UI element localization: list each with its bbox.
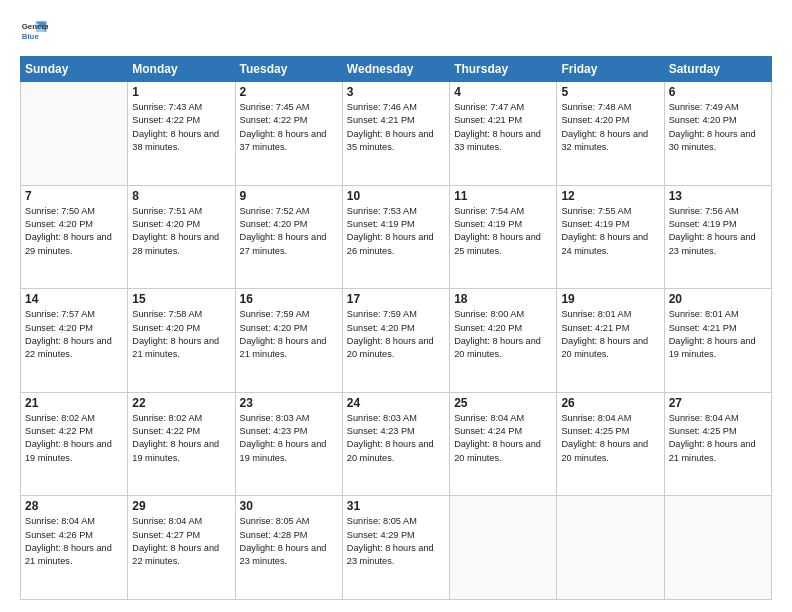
calendar-cell: 5Sunrise: 7:48 AMSunset: 4:20 PMDaylight… — [557, 82, 664, 186]
day-number: 3 — [347, 85, 445, 99]
day-number: 9 — [240, 189, 338, 203]
day-info: Sunrise: 8:01 AMSunset: 4:21 PMDaylight:… — [561, 308, 659, 361]
calendar-cell: 15Sunrise: 7:58 AMSunset: 4:20 PMDayligh… — [128, 289, 235, 393]
day-number: 16 — [240, 292, 338, 306]
day-info: Sunrise: 8:03 AMSunset: 4:23 PMDaylight:… — [347, 412, 445, 465]
calendar-cell — [557, 496, 664, 600]
svg-text:Blue: Blue — [22, 32, 40, 41]
day-number: 22 — [132, 396, 230, 410]
day-info: Sunrise: 8:04 AMSunset: 4:24 PMDaylight:… — [454, 412, 552, 465]
calendar-cell: 18Sunrise: 8:00 AMSunset: 4:20 PMDayligh… — [450, 289, 557, 393]
svg-text:General: General — [22, 22, 48, 31]
day-number: 11 — [454, 189, 552, 203]
calendar-cell: 6Sunrise: 7:49 AMSunset: 4:20 PMDaylight… — [664, 82, 771, 186]
day-info: Sunrise: 7:46 AMSunset: 4:21 PMDaylight:… — [347, 101, 445, 154]
calendar-cell: 23Sunrise: 8:03 AMSunset: 4:23 PMDayligh… — [235, 392, 342, 496]
day-info: Sunrise: 8:04 AMSunset: 4:27 PMDaylight:… — [132, 515, 230, 568]
day-info: Sunrise: 7:43 AMSunset: 4:22 PMDaylight:… — [132, 101, 230, 154]
calendar-table: SundayMondayTuesdayWednesdayThursdayFrid… — [20, 56, 772, 600]
calendar-cell: 29Sunrise: 8:04 AMSunset: 4:27 PMDayligh… — [128, 496, 235, 600]
calendar-cell: 13Sunrise: 7:56 AMSunset: 4:19 PMDayligh… — [664, 185, 771, 289]
calendar-cell: 26Sunrise: 8:04 AMSunset: 4:25 PMDayligh… — [557, 392, 664, 496]
day-info: Sunrise: 8:05 AMSunset: 4:28 PMDaylight:… — [240, 515, 338, 568]
day-info: Sunrise: 8:00 AMSunset: 4:20 PMDaylight:… — [454, 308, 552, 361]
day-info: Sunrise: 7:58 AMSunset: 4:20 PMDaylight:… — [132, 308, 230, 361]
day-info: Sunrise: 7:54 AMSunset: 4:19 PMDaylight:… — [454, 205, 552, 258]
day-info: Sunrise: 7:51 AMSunset: 4:20 PMDaylight:… — [132, 205, 230, 258]
day-info: Sunrise: 7:57 AMSunset: 4:20 PMDaylight:… — [25, 308, 123, 361]
weekday-header: Tuesday — [235, 57, 342, 82]
day-info: Sunrise: 8:05 AMSunset: 4:29 PMDaylight:… — [347, 515, 445, 568]
page: General Blue SundayMondayTuesdayWednesda… — [0, 0, 792, 612]
calendar-week-row: 7Sunrise: 7:50 AMSunset: 4:20 PMDaylight… — [21, 185, 772, 289]
day-number: 20 — [669, 292, 767, 306]
header: General Blue — [20, 18, 772, 46]
calendar-cell: 30Sunrise: 8:05 AMSunset: 4:28 PMDayligh… — [235, 496, 342, 600]
day-info: Sunrise: 8:04 AMSunset: 4:26 PMDaylight:… — [25, 515, 123, 568]
day-number: 6 — [669, 85, 767, 99]
weekday-header: Saturday — [664, 57, 771, 82]
day-number: 23 — [240, 396, 338, 410]
day-info: Sunrise: 8:04 AMSunset: 4:25 PMDaylight:… — [561, 412, 659, 465]
day-info: Sunrise: 8:02 AMSunset: 4:22 PMDaylight:… — [132, 412, 230, 465]
day-number: 15 — [132, 292, 230, 306]
day-number: 17 — [347, 292, 445, 306]
calendar-cell: 27Sunrise: 8:04 AMSunset: 4:25 PMDayligh… — [664, 392, 771, 496]
calendar-week-row: 14Sunrise: 7:57 AMSunset: 4:20 PMDayligh… — [21, 289, 772, 393]
calendar-cell: 28Sunrise: 8:04 AMSunset: 4:26 PMDayligh… — [21, 496, 128, 600]
calendar-cell: 4Sunrise: 7:47 AMSunset: 4:21 PMDaylight… — [450, 82, 557, 186]
weekday-header: Sunday — [21, 57, 128, 82]
day-number: 12 — [561, 189, 659, 203]
day-number: 29 — [132, 499, 230, 513]
calendar-cell: 16Sunrise: 7:59 AMSunset: 4:20 PMDayligh… — [235, 289, 342, 393]
day-info: Sunrise: 7:47 AMSunset: 4:21 PMDaylight:… — [454, 101, 552, 154]
calendar-cell: 20Sunrise: 8:01 AMSunset: 4:21 PMDayligh… — [664, 289, 771, 393]
calendar-cell — [21, 82, 128, 186]
day-info: Sunrise: 7:55 AMSunset: 4:19 PMDaylight:… — [561, 205, 659, 258]
calendar-cell: 2Sunrise: 7:45 AMSunset: 4:22 PMDaylight… — [235, 82, 342, 186]
day-info: Sunrise: 7:48 AMSunset: 4:20 PMDaylight:… — [561, 101, 659, 154]
day-number: 26 — [561, 396, 659, 410]
calendar-cell: 14Sunrise: 7:57 AMSunset: 4:20 PMDayligh… — [21, 289, 128, 393]
calendar-cell: 11Sunrise: 7:54 AMSunset: 4:19 PMDayligh… — [450, 185, 557, 289]
day-info: Sunrise: 8:04 AMSunset: 4:25 PMDaylight:… — [669, 412, 767, 465]
day-number: 30 — [240, 499, 338, 513]
calendar-week-row: 1Sunrise: 7:43 AMSunset: 4:22 PMDaylight… — [21, 82, 772, 186]
weekday-header: Monday — [128, 57, 235, 82]
day-number: 5 — [561, 85, 659, 99]
weekday-header: Friday — [557, 57, 664, 82]
day-number: 8 — [132, 189, 230, 203]
day-number: 31 — [347, 499, 445, 513]
day-info: Sunrise: 8:01 AMSunset: 4:21 PMDaylight:… — [669, 308, 767, 361]
day-info: Sunrise: 7:52 AMSunset: 4:20 PMDaylight:… — [240, 205, 338, 258]
calendar-cell: 25Sunrise: 8:04 AMSunset: 4:24 PMDayligh… — [450, 392, 557, 496]
day-info: Sunrise: 8:03 AMSunset: 4:23 PMDaylight:… — [240, 412, 338, 465]
day-info: Sunrise: 7:49 AMSunset: 4:20 PMDaylight:… — [669, 101, 767, 154]
calendar-cell: 12Sunrise: 7:55 AMSunset: 4:19 PMDayligh… — [557, 185, 664, 289]
calendar-cell: 3Sunrise: 7:46 AMSunset: 4:21 PMDaylight… — [342, 82, 449, 186]
day-info: Sunrise: 7:56 AMSunset: 4:19 PMDaylight:… — [669, 205, 767, 258]
calendar-week-row: 21Sunrise: 8:02 AMSunset: 4:22 PMDayligh… — [21, 392, 772, 496]
day-number: 14 — [25, 292, 123, 306]
day-info: Sunrise: 7:59 AMSunset: 4:20 PMDaylight:… — [240, 308, 338, 361]
calendar-cell: 17Sunrise: 7:59 AMSunset: 4:20 PMDayligh… — [342, 289, 449, 393]
day-number: 25 — [454, 396, 552, 410]
calendar-cell: 22Sunrise: 8:02 AMSunset: 4:22 PMDayligh… — [128, 392, 235, 496]
calendar-cell: 7Sunrise: 7:50 AMSunset: 4:20 PMDaylight… — [21, 185, 128, 289]
calendar-cell: 10Sunrise: 7:53 AMSunset: 4:19 PMDayligh… — [342, 185, 449, 289]
day-number: 21 — [25, 396, 123, 410]
day-info: Sunrise: 7:50 AMSunset: 4:20 PMDaylight:… — [25, 205, 123, 258]
calendar-cell: 24Sunrise: 8:03 AMSunset: 4:23 PMDayligh… — [342, 392, 449, 496]
calendar-cell: 31Sunrise: 8:05 AMSunset: 4:29 PMDayligh… — [342, 496, 449, 600]
calendar-week-row: 28Sunrise: 8:04 AMSunset: 4:26 PMDayligh… — [21, 496, 772, 600]
day-number: 1 — [132, 85, 230, 99]
day-number: 28 — [25, 499, 123, 513]
day-info: Sunrise: 7:59 AMSunset: 4:20 PMDaylight:… — [347, 308, 445, 361]
logo-icon: General Blue — [20, 18, 48, 46]
weekday-header: Wednesday — [342, 57, 449, 82]
day-number: 13 — [669, 189, 767, 203]
day-number: 7 — [25, 189, 123, 203]
calendar-cell — [664, 496, 771, 600]
day-number: 27 — [669, 396, 767, 410]
calendar-cell: 9Sunrise: 7:52 AMSunset: 4:20 PMDaylight… — [235, 185, 342, 289]
